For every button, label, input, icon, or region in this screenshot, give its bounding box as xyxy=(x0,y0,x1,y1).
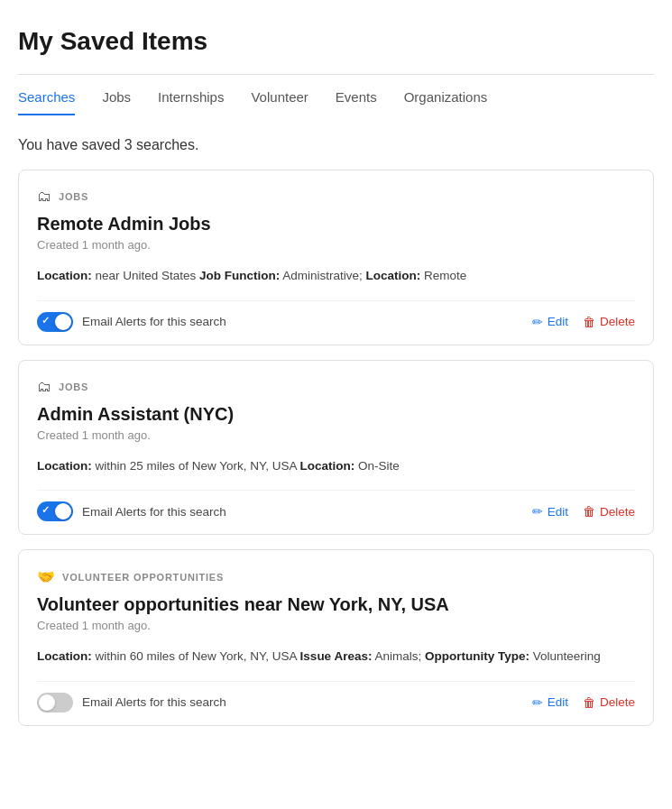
tab-internships[interactable]: Internships xyxy=(158,89,224,115)
card-meta: Location: within 60 miles of New York, N… xyxy=(37,647,635,667)
delete-button[interactable]: 🗑 Delete xyxy=(583,504,635,519)
search-card: 🗂 JOBS Admin Assistant (NYC) Created 1 m… xyxy=(18,360,654,536)
card-footer: Email Alerts for this search ✏ Edit 🗑 De… xyxy=(37,300,635,345)
delete-button[interactable]: 🗑 Delete xyxy=(583,695,635,710)
tab-organizations[interactable]: Organizations xyxy=(404,89,488,115)
delete-icon: 🗑 xyxy=(583,695,595,710)
card-type-row: 🤝 VOLUNTEER OPPORTUNITIES xyxy=(37,568,635,585)
email-alert-toggle[interactable] xyxy=(37,312,73,332)
email-alert-group: Email Alerts for this search xyxy=(37,693,226,712)
card-type-row: 🗂 JOBS xyxy=(37,379,635,395)
card-type-label: JOBS xyxy=(59,191,88,202)
delete-icon: 🗑 xyxy=(583,504,595,519)
edit-button[interactable]: ✏ Edit xyxy=(532,695,568,710)
edit-button[interactable]: ✏ Edit xyxy=(532,504,568,519)
card-title: Volunteer opportunities near New York, N… xyxy=(37,594,635,615)
edit-icon: ✏ xyxy=(532,315,543,329)
card-actions: ✏ Edit 🗑 Delete xyxy=(532,315,635,329)
delete-label: Delete xyxy=(600,505,635,519)
card-type-icon: 🗂 xyxy=(37,379,51,395)
email-alert-group: Email Alerts for this search xyxy=(37,312,226,332)
card-actions: ✏ Edit 🗑 Delete xyxy=(532,504,635,519)
edit-label: Edit xyxy=(548,315,568,328)
edit-icon: ✏ xyxy=(532,695,543,710)
card-title: Remote Admin Jobs xyxy=(37,214,635,234)
tab-searches[interactable]: Searches xyxy=(18,89,75,115)
delete-button[interactable]: 🗑 Delete xyxy=(583,315,635,329)
card-type-icon: 🤝 xyxy=(37,568,55,585)
card-created: Created 1 month ago. xyxy=(37,238,635,252)
search-card: 🤝 VOLUNTEER OPPORTUNITIES Volunteer oppo… xyxy=(18,549,654,726)
tab-volunteer[interactable]: Volunteer xyxy=(251,89,308,115)
saved-count-text: You have saved 3 searches. xyxy=(18,137,654,153)
email-alert-group: Email Alerts for this search xyxy=(37,501,226,521)
edit-icon: ✏ xyxy=(532,504,543,519)
tabs-nav: Searches Jobs Internships Volunteer Even… xyxy=(18,75,654,115)
card-meta: Location: near United States Job Functio… xyxy=(37,266,635,286)
card-footer: Email Alerts for this search ✏ Edit 🗑 De… xyxy=(37,681,635,725)
email-alert-label: Email Alerts for this search xyxy=(82,695,226,709)
card-type-icon: 🗂 xyxy=(37,188,51,205)
card-title: Admin Assistant (NYC) xyxy=(37,404,635,425)
page-title: My Saved Items xyxy=(18,18,654,74)
edit-label: Edit xyxy=(548,505,568,519)
searches-container: 🗂 JOBS Remote Admin Jobs Created 1 month… xyxy=(18,170,654,726)
card-type-row: 🗂 JOBS xyxy=(37,188,635,205)
toggle-knob xyxy=(55,314,71,330)
card-footer: Email Alerts for this search ✏ Edit 🗑 De… xyxy=(37,490,635,534)
card-created: Created 1 month ago. xyxy=(37,619,635,632)
card-actions: ✏ Edit 🗑 Delete xyxy=(532,695,635,710)
card-meta: Location: within 25 miles of New York, N… xyxy=(37,456,635,476)
delete-icon: 🗑 xyxy=(583,315,595,329)
email-alert-toggle[interactable] xyxy=(37,693,73,712)
email-alert-label: Email Alerts for this search xyxy=(82,505,226,519)
edit-label: Edit xyxy=(548,695,568,709)
card-type-label: JOBS xyxy=(59,382,88,392)
delete-label: Delete xyxy=(600,695,635,709)
toggle-knob xyxy=(55,503,71,519)
edit-button[interactable]: ✏ Edit xyxy=(532,315,568,329)
tab-jobs[interactable]: Jobs xyxy=(102,89,131,115)
toggle-knob xyxy=(39,694,55,711)
card-type-label: VOLUNTEER OPPORTUNITIES xyxy=(62,572,224,583)
email-alert-label: Email Alerts for this search xyxy=(82,315,226,328)
tab-events[interactable]: Events xyxy=(336,89,377,115)
card-created: Created 1 month ago. xyxy=(37,428,635,442)
search-card: 🗂 JOBS Remote Admin Jobs Created 1 month… xyxy=(18,170,654,345)
delete-label: Delete xyxy=(600,315,635,328)
email-alert-toggle[interactable] xyxy=(37,501,73,521)
